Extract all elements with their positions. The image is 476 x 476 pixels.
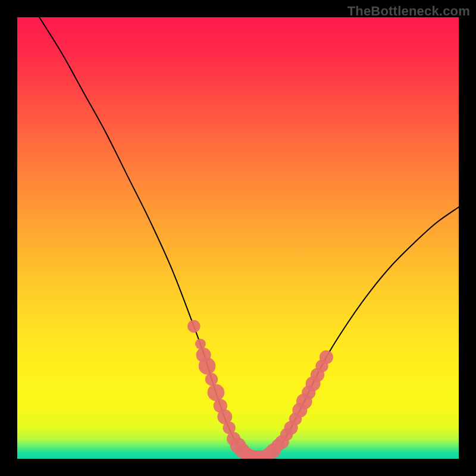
marker-layer: [187, 320, 333, 459]
bottleneck-curve: [39, 17, 459, 458]
curve-layer: [39, 17, 459, 458]
chart-svg: [17, 17, 459, 459]
chart-stage: TheBottleneck.com: [0, 0, 476, 476]
data-marker: [187, 320, 200, 333]
plot-area: [17, 17, 459, 459]
data-marker: [208, 384, 225, 401]
data-marker: [205, 373, 218, 386]
data-marker: [320, 350, 333, 364]
watermark-text: TheBottleneck.com: [347, 4, 470, 19]
data-marker: [199, 358, 216, 375]
